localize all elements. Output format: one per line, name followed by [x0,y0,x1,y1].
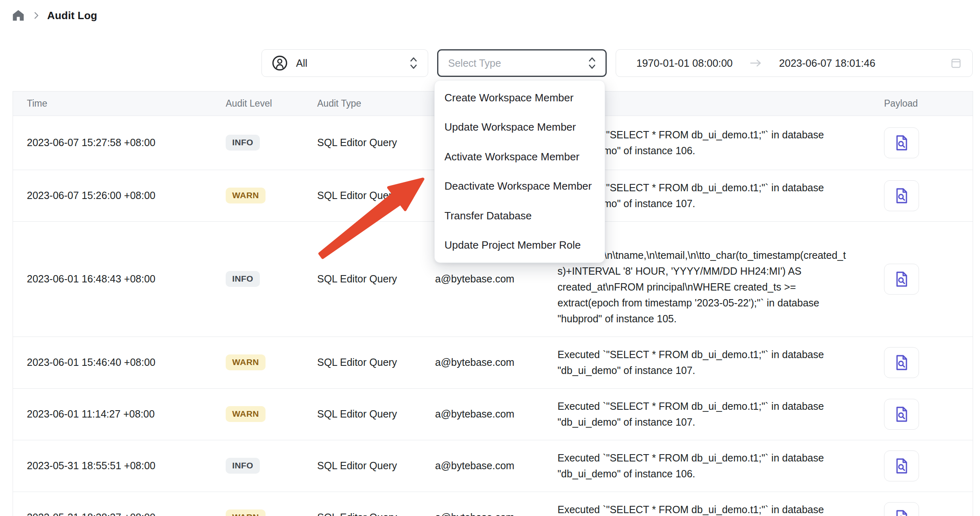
view-payload-button[interactable] [884,502,919,516]
audit-level-cell: WARN [220,388,311,440]
type-option[interactable]: Activate Workspace Member [435,142,605,172]
payload-cell [873,388,973,440]
range-arrow-icon [749,58,763,68]
table-row: 2023-06-01 11:14:27 +08:00 WARN SQL Edit… [13,388,973,440]
audit-type-cell: SQL Editor Query [311,440,429,492]
payload-document-search-icon [893,457,910,475]
audit-level-badge: WARN [226,188,266,203]
time-cell: 2023-06-07 15:27:58 +08:00 [13,116,220,170]
audit-type-cell: SQL Editor Query [311,492,429,516]
audit-type-cell: SQL Editor Query [311,337,429,388]
payload-document-search-icon [893,270,910,288]
type-select-dropdown-menu: Create Workspace MemberUpdate Workspace … [434,80,605,263]
payload-document-search-icon [893,509,910,516]
payload-cell [873,440,973,492]
payload-cell [873,492,973,516]
type-filter-placeholder: Select Type [448,57,501,69]
comment-cell: Executed `"SELECT * FROM db_ui_demo.t1;"… [553,337,873,388]
audit-level-cell: WARN [220,170,311,221]
column-header-time: Time [13,92,220,116]
comment-cell: Executed `"SELECT * FROM db_ui_demo.t1;"… [553,492,873,516]
audit-level-cell: INFO [220,440,311,492]
audit-type-cell: SQL Editor Query [311,116,429,170]
date-range-start[interactable]: 1970-01-01 08:00:00 [636,57,733,69]
actor-filter-value: All [296,57,307,69]
audit-level-badge: INFO [226,458,260,474]
time-cell: 2023-06-01 11:14:27 +08:00 [13,388,220,440]
column-header-level: Audit Level [220,92,311,116]
calendar-icon[interactable] [950,57,962,69]
select-chevrons-icon [587,55,597,71]
breadcrumb-chevron-icon [31,11,41,20]
filter-bar: All Select Type 1970-01-01 08:00:00 2023… [261,49,973,77]
column-header-type: Audit Type [311,92,429,116]
time-cell: 2023-06-01 16:48:43 +08:00 [13,221,220,337]
actor-cell: a@bytebase.com [429,388,553,440]
payload-document-search-icon [893,187,910,205]
home-icon[interactable] [11,9,25,22]
time-cell: 2023-05-31 18:55:51 +08:00 [13,440,220,492]
type-option[interactable]: Create Workspace Member [435,83,605,113]
comment-cell: Executed `"SELECT * FROM db_ui_demo.t1;"… [553,440,873,492]
view-payload-button[interactable] [884,264,919,295]
payload-cell [873,337,973,388]
view-payload-button[interactable] [884,347,919,378]
type-filter-select[interactable]: Select Type [437,49,607,77]
audit-level-badge: INFO [226,135,260,151]
actor-cell: a@bytebase.com [429,440,553,492]
type-option[interactable]: Update Workspace Member [435,113,605,142]
view-payload-button[interactable] [884,127,919,158]
type-option[interactable]: Transfer Database [435,201,605,231]
audit-type-cell: SQL Editor Query [311,170,429,221]
person-icon [272,55,288,71]
audit-level-cell: WARN [220,492,311,516]
view-payload-button[interactable] [884,180,919,211]
date-range-picker[interactable]: 1970-01-01 08:00:00 2023-06-07 18:01:46 [616,49,973,77]
actor-filter-select[interactable]: All [261,49,428,77]
audit-level-cell: INFO [220,116,311,170]
page-title: Audit Log [47,9,97,22]
type-option[interactable]: Deactivate Workspace Member [435,172,605,201]
time-cell: 2023-06-07 15:26:00 +08:00 [13,170,220,221]
actor-cell: a@bytebase.com [429,337,553,388]
payload-document-search-icon [893,405,910,423]
audit-level-cell: INFO [220,221,311,337]
audit-type-cell: SQL Editor Query [311,221,429,337]
date-range-end[interactable]: 2023-06-07 18:01:46 [779,57,875,69]
actor-cell: a@bytebase.com [429,492,553,516]
time-cell: 2023-06-01 15:46:40 +08:00 [13,337,220,388]
view-payload-button[interactable] [884,399,919,430]
audit-level-badge: WARN [226,354,266,370]
type-option[interactable]: Update Project Member Role [435,231,605,260]
audit-level-badge: WARN [226,509,266,516]
table-row: 2023-05-31 18:38:37 +08:00 WARN SQL Edit… [13,492,973,516]
column-header-payload: Payload [873,92,973,116]
payload-document-search-icon [893,354,910,372]
payload-document-search-icon [893,134,910,152]
audit-level-badge: INFO [226,271,260,287]
payload-cell [873,170,973,221]
table-row: 2023-06-01 15:46:40 +08:00 WARN SQL Edit… [13,337,973,388]
payload-cell [873,221,973,337]
select-chevrons-icon [408,55,419,71]
payload-cell [873,116,973,170]
breadcrumb: Audit Log [11,7,97,24]
view-payload-button[interactable] [884,450,919,481]
audit-type-cell: SQL Editor Query [311,388,429,440]
audit-level-cell: WARN [220,337,311,388]
comment-cell: Executed `"SELECT * FROM db_ui_demo.t1;"… [553,388,873,440]
audit-level-badge: WARN [226,406,266,422]
time-cell: 2023-05-31 18:38:37 +08:00 [13,492,220,516]
table-row: 2023-05-31 18:55:51 +08:00 INFO SQL Edit… [13,440,973,492]
